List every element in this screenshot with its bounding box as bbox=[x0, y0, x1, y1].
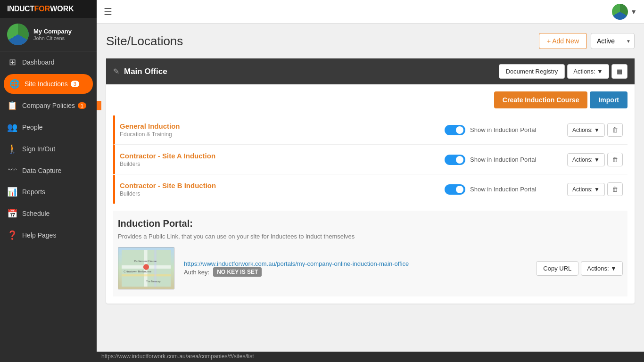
sidebar-item-help-pages[interactable]: ❓ Help Pages bbox=[0, 224, 97, 246]
induction-category: Education & Training bbox=[120, 131, 435, 138]
induction-name[interactable]: General Induction bbox=[120, 122, 180, 130]
logo-work: WORK bbox=[50, 5, 74, 13]
table-row: Contractor - Site B Induction Builders S… bbox=[113, 175, 627, 204]
sidebar-item-label: Reports bbox=[22, 188, 45, 196]
sidebar-item-data-capture[interactable]: 〰 Data Capture bbox=[0, 160, 97, 181]
site-inductions-badge: 3 bbox=[71, 81, 79, 87]
sidebar-item-company-policies[interactable]: 📋 Company Policies 1 bbox=[0, 95, 97, 116]
people-icon: 👥 bbox=[7, 122, 17, 132]
sidebar-item-sign-in-out[interactable]: 🚶 Sign In/Out bbox=[0, 138, 97, 160]
induction-category: Builders bbox=[120, 161, 435, 167]
portal-actions: Copy URL Actions: ▼ bbox=[536, 261, 623, 276]
delete-induction-button-0[interactable]: 🗑 bbox=[607, 123, 623, 137]
induction-info: Contractor - Site A Induction Builders bbox=[120, 152, 445, 167]
sidebar-nav: ⊞ Dashboard 🌐 Site Inductions 3 📋 Compan… bbox=[0, 51, 97, 362]
document-registry-button[interactable]: Document Registry bbox=[499, 64, 565, 79]
show-portal-label: Show in Induction Portal bbox=[470, 156, 536, 163]
main-content: ☰ ▼ Site/Locations + Add New Active Inac… bbox=[97, 0, 644, 362]
portal-url-text: https://www.inductforwork.com.au/portals… bbox=[184, 260, 527, 267]
import-button[interactable]: Import bbox=[590, 91, 627, 108]
sidebar-item-people[interactable]: 👥 People bbox=[0, 116, 97, 138]
orange-arrow-svg bbox=[97, 89, 101, 122]
induction-name[interactable]: Contractor - Site B Induction bbox=[120, 181, 216, 189]
table-row: Contractor - Site A Induction Builders S… bbox=[113, 145, 627, 174]
sidebar-item-schedule[interactable]: 📅 Schedule bbox=[0, 203, 97, 224]
induction-portal-toggle: Show in Induction Portal bbox=[445, 125, 567, 135]
portal-url-link[interactable]: https://www.inductforwork.com.au/portals… bbox=[184, 260, 409, 267]
portal-auth-key: Auth key: NO KEY IS SET bbox=[184, 267, 527, 277]
sidebar-item-label: Dashboard bbox=[22, 58, 55, 66]
sidebar-profile: My Company John Citizens bbox=[0, 18, 97, 51]
reports-icon: 📊 bbox=[7, 187, 17, 197]
delete-induction-button-2[interactable]: 🗑 bbox=[607, 182, 623, 196]
induction-name[interactable]: Contractor - Site A Induction bbox=[120, 152, 215, 160]
show-portal-toggle-0[interactable] bbox=[445, 125, 465, 135]
topbar-avatar[interactable] bbox=[612, 4, 628, 20]
help-icon: ❓ bbox=[7, 230, 17, 240]
dashboard-icon: ⊞ bbox=[7, 57, 17, 67]
induction-list: General Induction Education & Training S… bbox=[113, 115, 627, 204]
induction-actions-button-2[interactable]: Actions: ▼ bbox=[567, 183, 605, 196]
statusbar: https://www.inductforwork.com.au/area/co… bbox=[97, 352, 644, 362]
site-name: Main Office bbox=[124, 67, 499, 76]
page-header: Site/Locations + Add New Active Inactive… bbox=[106, 33, 635, 49]
user-name: John Citizens bbox=[33, 35, 72, 41]
portal-actions-button[interactable]: Actions: ▼ bbox=[581, 261, 623, 276]
menu-toggle-icon[interactable]: ☰ bbox=[104, 6, 112, 17]
status-url: https://www.inductforwork.com.au/area/co… bbox=[101, 353, 254, 360]
portal-title: Induction Portal: bbox=[118, 218, 623, 229]
svg-rect-4 bbox=[122, 274, 171, 276]
topbar: ☰ ▼ bbox=[97, 0, 644, 24]
sidebar-item-label: Company Policies bbox=[22, 102, 75, 109]
show-portal-toggle-2[interactable] bbox=[445, 184, 465, 195]
portal-map: Parliament House Chinatown Melbourne The… bbox=[118, 247, 174, 289]
globe-icon: 🌐 bbox=[9, 79, 20, 89]
sidebar-item-reports[interactable]: 📊 Reports bbox=[0, 181, 97, 203]
inductions-toolbar: Create Induction Course Import bbox=[113, 91, 627, 108]
status-dropdown[interactable]: Active Inactive All bbox=[591, 33, 635, 49]
sidebar-item-label: Schedule bbox=[22, 210, 50, 217]
portal-description: Provides a Public Link, that you can use… bbox=[118, 233, 623, 240]
portal-info: https://www.inductforwork.com.au/portals… bbox=[184, 260, 527, 277]
sidebar-item-label: Sign In/Out bbox=[22, 145, 55, 153]
sign-in-out-icon: 🚶 bbox=[7, 144, 17, 154]
arrow-annotation bbox=[97, 89, 101, 123]
schedule-icon: 📅 bbox=[7, 208, 17, 219]
show-portal-toggle-1[interactable] bbox=[445, 155, 465, 165]
avatar bbox=[7, 24, 29, 45]
policies-icon: 📋 bbox=[7, 100, 17, 111]
copy-url-button[interactable]: Copy URL bbox=[536, 261, 578, 276]
induction-actions-button-0[interactable]: Actions: ▼ bbox=[567, 123, 605, 137]
svg-marker-0 bbox=[97, 89, 101, 122]
induction-actions: Actions: ▼ 🗑 bbox=[567, 123, 623, 137]
delete-induction-button-1[interactable]: 🗑 bbox=[607, 153, 623, 166]
site-card-header: ✎ Main Office Document Registry Actions:… bbox=[106, 58, 635, 84]
no-key-badge: NO KEY IS SET bbox=[213, 267, 262, 277]
svg-point-6 bbox=[143, 264, 149, 270]
induction-info: General Induction Education & Training bbox=[120, 122, 445, 138]
sidebar-item-label: Site Inductions bbox=[25, 80, 68, 88]
portal-content: Parliament House Chinatown Melbourne The… bbox=[118, 247, 623, 289]
grid-view-button[interactable]: ▦ bbox=[611, 64, 627, 79]
chevron-down-icon[interactable]: ▼ bbox=[630, 8, 637, 16]
data-capture-icon: 〰 bbox=[7, 165, 17, 175]
company-name: My Company bbox=[33, 28, 72, 36]
sidebar-item-dashboard[interactable]: ⊞ Dashboard bbox=[0, 51, 97, 73]
company-policies-badge: 1 bbox=[78, 102, 86, 109]
auth-key-label: Auth key: bbox=[184, 269, 209, 276]
edit-icon[interactable]: ✎ bbox=[113, 67, 119, 76]
induction-category: Builders bbox=[120, 190, 435, 197]
add-new-button[interactable]: + Add New bbox=[539, 33, 587, 49]
svg-text:Chinatown Melbourne: Chinatown Melbourne bbox=[124, 270, 151, 273]
status-dropdown-wrapper: Active Inactive All bbox=[591, 33, 635, 49]
create-induction-button[interactable]: Create Induction Course bbox=[494, 91, 588, 108]
site-actions-button[interactable]: Actions: ▼ bbox=[567, 64, 609, 79]
show-portal-label: Show in Induction Portal bbox=[470, 186, 536, 193]
page-content: Site/Locations + Add New Active Inactive… bbox=[97, 24, 644, 352]
sidebar-item-site-inductions[interactable]: 🌐 Site Inductions 3 bbox=[4, 74, 93, 94]
induction-actions-button-1[interactable]: Actions: ▼ bbox=[567, 153, 605, 166]
page-title: Site/Locations bbox=[106, 34, 539, 49]
sidebar-item-label: People bbox=[22, 123, 43, 131]
svg-text:The Treasury: The Treasury bbox=[146, 280, 161, 283]
site-card: ✎ Main Office Document Registry Actions:… bbox=[106, 58, 635, 304]
